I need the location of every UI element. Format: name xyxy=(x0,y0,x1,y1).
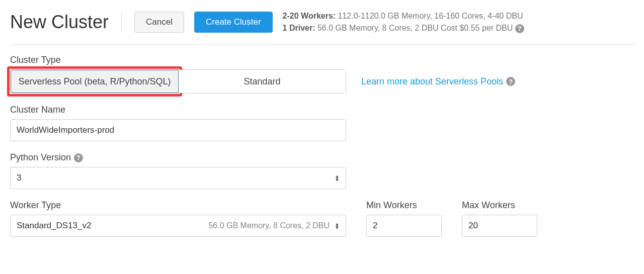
python-version-select[interactable]: 3 ▲▼ xyxy=(10,167,346,189)
worker-type-value: Standard_DS13_v2 xyxy=(17,221,91,231)
min-workers-label: Min Workers xyxy=(366,200,442,211)
worker-type-select[interactable]: Standard_DS13_v2 56.0 GB Memory, 8 Cores… xyxy=(10,215,346,237)
cluster-name-input[interactable] xyxy=(10,119,346,141)
cluster-type-label: Cluster Type xyxy=(10,55,634,65)
workers-summary-label: 2-20 Workers: xyxy=(283,12,336,20)
learn-more-link[interactable]: Learn more about Serverless Pools ? xyxy=(361,76,515,87)
updown-icon: ▲▼ xyxy=(335,222,340,229)
max-workers-input[interactable] xyxy=(462,215,537,237)
divider xyxy=(121,12,122,32)
min-workers-input[interactable] xyxy=(366,215,442,237)
python-version-value: 3 xyxy=(17,173,21,183)
cluster-summary: 2-20 Workers: 112.0-1120.0 GB Memory, 16… xyxy=(283,10,524,34)
driver-summary-label: 1 Driver: xyxy=(283,24,315,32)
worker-type-label: Worker Type xyxy=(10,200,346,211)
updown-icon: ▲▼ xyxy=(335,174,340,181)
python-version-label: Python Version ? xyxy=(10,152,634,163)
cluster-name-label: Cluster Name xyxy=(10,105,634,115)
workers-summary-text: 112.0-1120.0 GB Memory, 16-160 Cores, 4-… xyxy=(336,12,523,20)
cluster-type-serverless-label: Serverless Pool (beta, R/Python/SQL) xyxy=(18,76,171,87)
cluster-type-standard[interactable]: Standard xyxy=(179,70,346,93)
worker-type-meta: 56.0 GB Memory, 8 Cores, 2 DBU xyxy=(208,221,330,230)
page-title: New Cluster xyxy=(10,12,109,33)
python-version-label-text: Python Version xyxy=(10,152,71,163)
cluster-type-segmented: Serverless Pool (beta, R/Python/SQL) Sta… xyxy=(10,69,346,94)
cancel-button[interactable]: Cancel xyxy=(134,12,184,33)
max-workers-label: Max Workers xyxy=(462,200,537,211)
learn-more-text: Learn more about Serverless Pools xyxy=(361,76,503,87)
help-icon[interactable]: ? xyxy=(515,24,524,33)
cluster-type-serverless[interactable]: Serverless Pool (beta, R/Python/SQL) xyxy=(11,70,179,93)
create-cluster-button[interactable]: Create Cluster xyxy=(194,12,273,33)
cluster-type-standard-label: Standard xyxy=(244,76,280,87)
help-icon[interactable]: ? xyxy=(506,77,515,86)
driver-summary-text: 56.0 GB Memory, 8 Cores, 2 DBU Cost $0.5… xyxy=(315,24,515,32)
help-icon[interactable]: ? xyxy=(74,153,83,162)
